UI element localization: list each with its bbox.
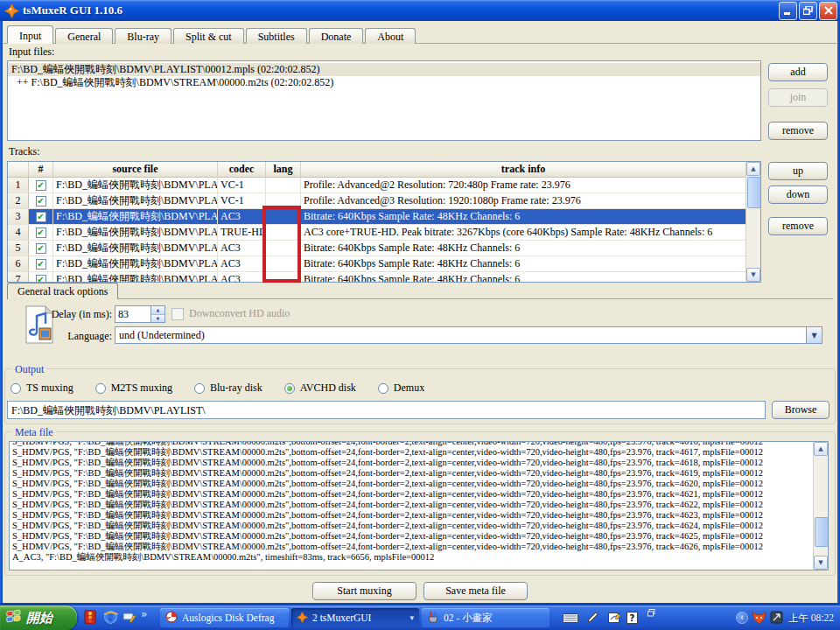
general-track-options-tab[interactable]: General track options <box>7 283 118 299</box>
track-checkbox[interactable] <box>36 212 46 222</box>
input-file-item[interactable]: ++ F:\BD_蝙蝠俠開戰時刻\BDMV\STREAM\00000.m2ts … <box>8 76 760 89</box>
track-row[interactable]: 1 F:\BD_蝙蝠俠開戰時刻\BDMV\PLA··· VC-1 Profile… <box>8 178 746 193</box>
track-checkbox-cell[interactable] <box>29 225 53 240</box>
quick-launch-overflow-chevron[interactable]: » <box>141 608 147 620</box>
keyboard-layout-icon[interactable] <box>563 613 578 623</box>
metafile-textarea[interactable]: S_HDMV/PGS, "F:\BD_蝙蝠俠開戰時刻\BDMV\STREAM\0… <box>9 441 829 570</box>
radio-label: AVCHD disk <box>300 382 356 395</box>
track-checkbox[interactable] <box>36 259 46 270</box>
track-checkbox-cell[interactable] <box>29 178 53 192</box>
scroll-down-icon[interactable]: ▼ <box>814 556 828 570</box>
start-button[interactable]: 開始 <box>0 606 77 630</box>
track-source: F:\BD_蝙蝠俠開戰時刻\BDMV\PLA··· <box>53 272 218 283</box>
spin-buttons[interactable]: ▲▼ <box>150 306 164 322</box>
output-mode-radio[interactable]: Demux <box>378 382 424 395</box>
tab[interactable]: Subtitles <box>246 28 307 44</box>
output-mode-radio[interactable]: TS muxing <box>10 382 74 395</box>
output-mode-radio[interactable]: M2TS muxing <box>95 382 172 395</box>
writing-pad-icon[interactable] <box>608 612 621 624</box>
help-icon[interactable]: ? <box>626 612 638 624</box>
browse-button[interactable]: Browse <box>772 401 830 419</box>
main-tabs: InputGeneralBlu-raySplit & cutSubtitlesD… <box>7 26 417 44</box>
tracks-table-header: # source file codec lang track info <box>8 162 746 178</box>
radio-label: Blu-ray disk <box>210 382 262 395</box>
track-row[interactable]: 3 F:\BD_蝙蝠俠開戰時刻\BDMV\PLA··· AC3 Bitrate:… <box>8 209 746 225</box>
show-desktop-icon[interactable] <box>122 610 136 623</box>
track-row[interactable]: 4 F:\BD_蝙蝠俠開戰時刻\BDMV\PLA··· TRUE-HD AC3 … <box>8 225 746 241</box>
radio-icon[interactable] <box>194 383 205 394</box>
fox-tray-icon[interactable] <box>752 611 766 628</box>
add-button[interactable]: add <box>768 63 828 81</box>
track-source: F:\BD_蝙蝠俠開戰時刻\BDMV\PLA··· <box>53 225 218 240</box>
metafile-line: S_HDMV/PGS, "F:\BD_蝙蝠俠開戰時刻\BDMV\STREAM\0… <box>12 489 813 500</box>
minimize-button[interactable] <box>779 2 797 20</box>
start-muxing-button[interactable]: Start muxing <box>312 582 416 600</box>
input-file-item[interactable]: F:\BD_蝙蝠俠開戰時刻\BDMV\PLAYLIST\00012.mpls (… <box>8 63 760 76</box>
track-row[interactable]: 5 F:\BD_蝙蝠俠開戰時刻\BDMV\PLA··· AC3 Bitrate:… <box>8 241 746 256</box>
delay-value[interactable]: 83 <box>116 306 150 322</box>
tab[interactable]: About <box>365 28 416 44</box>
tray-collapse-icon[interactable]: ‹ <box>736 612 748 624</box>
tracks-scroll-thumb[interactable] <box>747 177 761 208</box>
track-checkbox-cell[interactable] <box>29 193 53 208</box>
tab[interactable]: Donate <box>309 28 364 44</box>
output-path-field[interactable]: F:\BD_蝙蝠俠開戰時刻\BDMV\PLAYLIST\ <box>7 401 766 419</box>
save-meta-file-button[interactable]: Save meta file <box>424 582 528 600</box>
taskbar-window-label: 02 - 小畫家 <box>444 612 493 625</box>
language-bar-options-icon[interactable] <box>648 609 655 617</box>
metafile-scroll-thumb[interactable] <box>815 517 829 547</box>
start-label: 開始 <box>26 610 52 626</box>
track-row[interactable]: 2 F:\BD_蝙蝠俠開戰時刻\BDMV\PLA··· VC-1 Profile… <box>8 193 746 209</box>
track-checkbox-cell[interactable] <box>29 272 53 283</box>
track-row[interactable]: 6 F:\BD_蝙蝠俠開戰時刻\BDMV\PLA··· AC3 Bitrate:… <box>8 256 746 272</box>
utility-tray-icon[interactable] <box>770 611 783 627</box>
taskbar-window-paint[interactable]: 02 - 小畫家 <box>422 608 550 627</box>
windows-logo-icon <box>5 608 23 627</box>
tab[interactable]: Split & cut <box>173 28 244 44</box>
output-mode-radio[interactable]: Blu-ray disk <box>194 382 262 395</box>
taskbar-window-tsmuxer[interactable]: 2 tsMuxerGUI ▾ <box>291 608 419 627</box>
tracks-scrollbar[interactable]: ▲ ▼ <box>746 162 760 282</box>
track-down-button[interactable]: down <box>768 186 828 204</box>
track-checkbox-cell[interactable] <box>29 256 53 271</box>
internet-explorer-icon[interactable] <box>103 610 118 625</box>
radio-icon[interactable] <box>10 383 21 394</box>
radio-icon[interactable] <box>95 383 106 394</box>
track-checkbox[interactable] <box>36 196 46 206</box>
taskbar-clock[interactable]: 上午 08:22 <box>788 606 834 630</box>
scroll-down-icon[interactable]: ▼ <box>746 268 760 282</box>
taskbar-window-auslogics[interactable]: Auslogics Disk Defrag <box>160 608 289 627</box>
restore-button[interactable] <box>799 2 817 20</box>
track-row[interactable]: 7 F:\BD_蝙蝠俠開戰時刻\BDMV\PLA··· AC3 Bitrate:… <box>8 272 746 283</box>
close-button[interactable] <box>819 2 837 20</box>
output-mode-radio[interactable]: AVCHD disk <box>284 382 356 395</box>
scroll-up-icon[interactable]: ▲ <box>746 162 760 176</box>
track-up-button[interactable]: up <box>768 162 828 180</box>
track-codec: AC3 <box>218 272 266 283</box>
remove-file-button[interactable]: remove <box>768 122 828 140</box>
scroll-up-icon[interactable]: ▲ <box>814 442 828 456</box>
track-checkbox[interactable] <box>36 243 46 254</box>
radio-icon[interactable] <box>284 383 295 394</box>
tab[interactable]: Blu-ray <box>115 28 172 44</box>
tab[interactable]: General <box>55 28 113 44</box>
track-checkbox[interactable] <box>36 228 46 238</box>
track-checkbox-cell[interactable] <box>29 209 53 224</box>
group-dropdown-icon[interactable]: ▾ <box>410 613 414 622</box>
ink-pen-icon[interactable] <box>587 612 598 624</box>
delay-spinbox[interactable]: 83 ▲▼ <box>115 305 165 323</box>
combo-arrow-icon[interactable]: ▼ <box>806 327 822 343</box>
tab[interactable]: Input <box>7 25 53 44</box>
track-remove-button[interactable]: remove <box>768 217 828 235</box>
metafile-scrollbar[interactable]: ▲ ▼ <box>813 442 828 570</box>
language-combobox[interactable]: und (Undetermined) ▼ <box>115 326 822 344</box>
delay-label: Delay (in ms): <box>46 308 112 321</box>
track-checkbox[interactable] <box>36 275 46 284</box>
track-checkbox-cell[interactable] <box>29 241 53 256</box>
metafile-line: S_HDMV/PGS, "F:\BD_蝙蝠俠開戰時刻\BDMV\STREAM\0… <box>12 458 813 468</box>
input-files-list[interactable]: F:\BD_蝙蝠俠開戰時刻\BDMV\PLAYLIST\00012.mpls (… <box>7 60 761 141</box>
track-checkbox[interactable] <box>36 180 46 191</box>
track-row-number: 3 <box>8 209 29 224</box>
flashget-icon[interactable] <box>84 610 96 624</box>
radio-icon[interactable] <box>378 383 388 394</box>
